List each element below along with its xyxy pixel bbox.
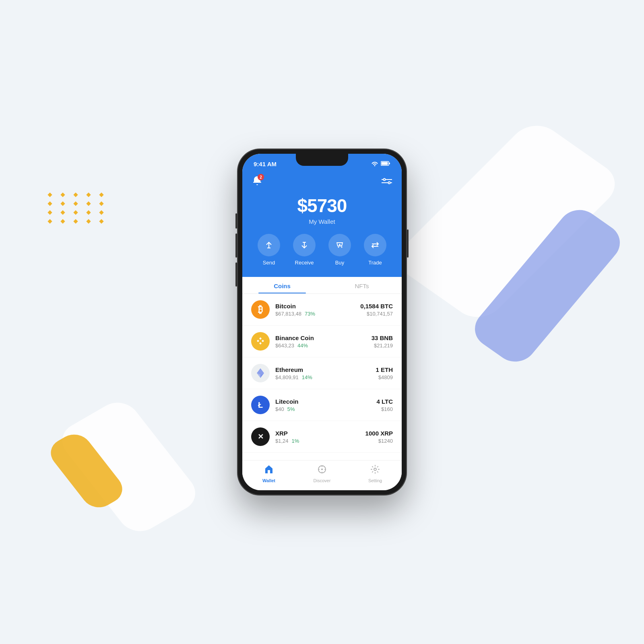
filter-icon[interactable] — [382, 176, 392, 188]
ltc-change: 5% — [287, 406, 295, 412]
buy-button[interactable]: Buy — [328, 234, 351, 266]
bnb-price-row: $643,23 44% — [275, 343, 372, 349]
eth-change: 14% — [302, 374, 312, 380]
setting-nav-label: Setting — [368, 478, 382, 483]
bitcoin-value: $10,741,57 — [360, 311, 393, 317]
bitcoin-amount: 0,1584 BTC $10,741,57 — [360, 303, 393, 317]
tab-coins[interactable]: Coins — [242, 277, 322, 293]
bnb-name: Binance Coin — [275, 334, 372, 341]
tab-bar: Coins NFTs — [242, 277, 402, 294]
bnb-logo — [251, 332, 270, 351]
phone-shell: 9:41 AM — [237, 149, 407, 495]
xrp-logo: ✕ — [251, 427, 270, 446]
send-button[interactable]: Send — [258, 234, 280, 266]
battery-icon — [381, 161, 390, 167]
bitcoin-change: 73% — [305, 311, 315, 317]
svg-point-22 — [321, 469, 323, 470]
mute-button — [235, 213, 237, 229]
volume-down-button — [235, 262, 237, 287]
wifi-icon — [371, 161, 378, 167]
coin-item-bitcoin[interactable]: ₿ Bitcoin $67,813,48 73% 0,1584 BTC $10,… — [242, 294, 402, 326]
coin-item-ltc[interactable]: Ł Litecoin $40 5% 4 LTC $160 — [242, 389, 402, 421]
wallet-nav-label: Wallet — [262, 478, 275, 483]
trade-icon — [364, 234, 386, 256]
eth-name: Ethereum — [275, 366, 376, 373]
volume-up-button — [235, 233, 237, 258]
xrp-amount: 1000 XRP $1240 — [365, 430, 393, 444]
coin-item-bnb[interactable]: Binance Coin $643,23 44% 33 BNB $21,219 — [242, 326, 402, 357]
status-icons — [371, 161, 390, 167]
eth-logo — [251, 364, 270, 382]
tab-nfts[interactable]: NFTs — [322, 277, 402, 293]
coin-item-xrp[interactable]: ✕ XRP $1,24 1% 1000 XRP $1240 — [242, 421, 402, 453]
power-button — [407, 229, 409, 258]
eth-qty: 1 ETH — [376, 366, 393, 373]
svg-rect-2 — [389, 163, 390, 164]
ltc-qty: 4 LTC — [376, 398, 393, 405]
xrp-change: 1% — [292, 438, 299, 444]
nav-discover[interactable]: Discover — [295, 464, 349, 483]
coin-item-eth[interactable]: Ethereum $4,809,91 14% 1 ETH $4809 — [242, 357, 402, 389]
notification-badge: 2 — [258, 174, 264, 180]
send-label: Send — [263, 260, 275, 266]
svg-point-3 — [384, 178, 386, 180]
decorative-dots — [48, 193, 107, 223]
svg-point-13 — [338, 247, 339, 248]
eth-value: $4809 — [376, 374, 393, 380]
trade-label: Trade — [368, 260, 382, 266]
xrp-price: $1,24 — [275, 438, 289, 444]
ltc-amount: 4 LTC $160 — [376, 398, 393, 412]
receive-label: Receive — [295, 260, 314, 266]
bitcoin-qty: 0,1584 BTC — [360, 303, 393, 310]
status-time: 9:41 AM — [254, 161, 277, 167]
eth-info: Ethereum $4,809,91 14% — [275, 366, 376, 380]
ltc-name: Litecoin — [275, 398, 376, 405]
nav-wallet[interactable]: Wallet — [242, 464, 295, 483]
wallet-label: My Wallet — [309, 218, 335, 225]
xrp-price-row: $1,24 1% — [275, 438, 365, 444]
xrp-qty: 1000 XRP — [365, 430, 393, 437]
wallet-balance: $5730 — [297, 195, 347, 217]
eth-price-row: $4,809,91 14% — [275, 374, 376, 380]
action-buttons: Send Receive — [258, 234, 386, 266]
notch — [296, 154, 348, 166]
svg-rect-1 — [382, 162, 388, 165]
ltc-logo: Ł — [251, 396, 270, 414]
bitcoin-name: Bitcoin — [275, 303, 360, 310]
bottom-nav: Wallet Discover — [242, 460, 402, 490]
wallet-header: 2 $5730 My Wallet — [242, 171, 402, 277]
coin-list: ₿ Bitcoin $67,813,48 73% 0,1584 BTC $10,… — [242, 294, 402, 460]
ltc-price-row: $40 5% — [275, 406, 376, 412]
bnb-value: $21,219 — [372, 343, 393, 349]
receive-button[interactable]: Receive — [293, 234, 316, 266]
trade-button[interactable]: Trade — [364, 234, 386, 266]
svg-point-14 — [341, 247, 343, 248]
bitcoin-info: Bitcoin $67,813,48 73% — [275, 303, 360, 317]
buy-icon — [328, 234, 351, 256]
eth-amount: 1 ETH $4809 — [376, 366, 393, 380]
bnb-qty: 33 BNB — [372, 334, 393, 341]
bnb-price: $643,23 — [275, 343, 294, 349]
notification-button[interactable]: 2 — [252, 175, 262, 188]
bnb-change: 44% — [297, 343, 308, 349]
nav-setting[interactable]: Setting — [349, 464, 402, 483]
ltc-value: $160 — [376, 406, 393, 412]
eth-price: $4,809,91 — [275, 374, 299, 380]
phone-screen: 9:41 AM — [242, 154, 402, 490]
send-icon — [258, 234, 280, 256]
xrp-info: XRP $1,24 1% — [275, 430, 365, 444]
buy-label: Buy — [335, 260, 344, 266]
wallet-nav-icon — [264, 464, 274, 477]
bnb-info: Binance Coin $643,23 44% — [275, 334, 372, 349]
ltc-info: Litecoin $40 5% — [275, 398, 376, 412]
svg-point-6 — [388, 182, 390, 184]
header-top-row: 2 — [252, 175, 392, 188]
bitcoin-logo: ₿ — [251, 300, 270, 319]
svg-rect-20 — [268, 470, 270, 473]
bitcoin-price-row: $67,813,48 73% — [275, 311, 360, 317]
receive-icon — [293, 234, 316, 256]
bnb-amount: 33 BNB $21,219 — [372, 334, 393, 349]
xrp-name: XRP — [275, 430, 365, 437]
bitcoin-price: $67,813,48 — [275, 311, 301, 317]
xrp-value: $1240 — [365, 438, 393, 444]
